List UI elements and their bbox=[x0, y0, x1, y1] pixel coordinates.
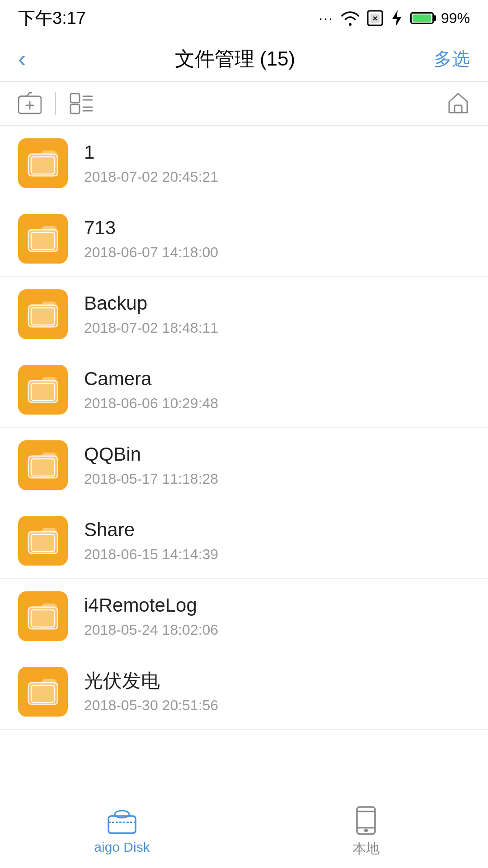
folder-name: Camera bbox=[84, 368, 470, 390]
folder-date: 2018-06-06 10:29:48 bbox=[84, 395, 470, 412]
home-button[interactable] bbox=[446, 91, 470, 116]
folder-name: Share bbox=[84, 519, 470, 541]
status-bar: 下午3:17 ··· ✕ 99% bbox=[0, 0, 488, 36]
folder-date: 2018-07-02 18:48:11 bbox=[84, 320, 470, 336]
folder-icon bbox=[18, 440, 68, 490]
folder-icon bbox=[18, 289, 68, 339]
folder-info: Share 2018-06-15 14:14:39 bbox=[84, 519, 470, 562]
home-icon bbox=[446, 91, 470, 114]
folder-item[interactable]: i4RemoteLog 2018-05-24 18:02:06 bbox=[0, 579, 488, 654]
svg-rect-6 bbox=[70, 94, 80, 103]
add-folder-icon bbox=[18, 92, 42, 115]
toolbar bbox=[0, 82, 488, 126]
folder-info: Backup 2018-07-02 18:48:11 bbox=[84, 292, 470, 336]
svg-point-16 bbox=[364, 829, 368, 832]
folder-date: 2018-05-24 18:02:06 bbox=[84, 622, 470, 638]
signal-dots-icon: ··· bbox=[319, 10, 333, 27]
folder-icon bbox=[18, 591, 68, 641]
aigo-disk-icon bbox=[106, 810, 138, 835]
folder-icon bbox=[18, 365, 68, 415]
folder-item[interactable]: 1 2018-07-02 20:45:21 bbox=[0, 126, 488, 201]
nav-item-local[interactable]: 本地 bbox=[244, 796, 488, 868]
sim-icon: ✕ bbox=[367, 10, 383, 26]
toolbar-divider bbox=[55, 92, 56, 115]
back-button[interactable]: ‹ bbox=[18, 45, 45, 72]
svg-rect-7 bbox=[70, 104, 80, 113]
header: ‹ 文件管理 (15) 多选 bbox=[0, 36, 488, 82]
folder-item[interactable]: QQBin 2018-05-17 11:18:28 bbox=[0, 428, 488, 503]
list-view-icon bbox=[70, 92, 93, 115]
folder-icon bbox=[18, 516, 68, 566]
folder-icon bbox=[18, 214, 68, 264]
folder-item[interactable]: Backup 2018-07-02 18:48:11 bbox=[0, 277, 488, 352]
folder-item[interactable]: 713 2018-06-07 14:18:00 bbox=[0, 201, 488, 277]
folder-date: 2018-06-15 14:14:39 bbox=[84, 546, 470, 563]
battery-icon bbox=[410, 12, 434, 24]
folder-info: Camera 2018-06-06 10:29:48 bbox=[84, 368, 470, 411]
folder-item[interactable]: Camera 2018-06-06 10:29:48 bbox=[0, 352, 488, 428]
folder-name: 713 bbox=[84, 217, 470, 239]
status-icons: ··· ✕ 99% bbox=[319, 9, 470, 27]
folder-info: 光伏发电 2018-05-30 20:51:56 bbox=[84, 670, 470, 713]
nav-local-label: 本地 bbox=[352, 840, 380, 858]
folder-date: 2018-05-17 11:18:28 bbox=[84, 471, 470, 487]
local-icon bbox=[353, 806, 379, 835]
folder-name: 1 bbox=[84, 141, 470, 164]
folder-date: 2018-06-07 14:18:00 bbox=[84, 244, 470, 261]
folder-date: 2018-05-30 20:51:56 bbox=[84, 697, 470, 714]
battery-percent: 99% bbox=[441, 10, 470, 27]
folder-icon bbox=[18, 667, 68, 717]
folder-info: QQBin 2018-05-17 11:18:28 bbox=[84, 443, 470, 487]
charge-icon bbox=[390, 9, 403, 27]
svg-rect-13 bbox=[108, 816, 136, 833]
folder-icon bbox=[18, 138, 68, 188]
folder-name: Backup bbox=[84, 292, 470, 315]
svg-rect-12 bbox=[455, 105, 462, 113]
folder-name: QQBin bbox=[84, 443, 470, 466]
page-title: 文件管理 (15) bbox=[45, 46, 425, 72]
multiselect-button[interactable]: 多选 bbox=[425, 47, 470, 71]
view-toggle-button[interactable] bbox=[70, 92, 93, 115]
svg-text:✕: ✕ bbox=[372, 15, 378, 22]
folder-info: 713 2018-06-07 14:18:00 bbox=[84, 217, 470, 260]
add-folder-button[interactable] bbox=[18, 92, 42, 115]
folder-item[interactable]: Share 2018-06-15 14:14:39 bbox=[0, 503, 488, 579]
nav-aigo-disk-label: aigo Disk bbox=[94, 840, 150, 855]
folder-name: i4RemoteLog bbox=[84, 594, 470, 617]
nav-item-aigo-disk[interactable]: aigo Disk bbox=[0, 796, 244, 868]
bottom-navigation: aigo Disk 本地 bbox=[0, 796, 488, 868]
wifi-icon bbox=[341, 10, 360, 26]
folder-item[interactable]: 光伏发电 2018-05-30 20:51:56 bbox=[0, 654, 488, 730]
folder-info: 1 2018-07-02 20:45:21 bbox=[84, 141, 470, 185]
folder-list: 1 2018-07-02 20:45:21 713 2018-06-07 14:… bbox=[0, 126, 488, 802]
folder-info: i4RemoteLog 2018-05-24 18:02:06 bbox=[84, 594, 470, 638]
status-time: 下午3:17 bbox=[18, 7, 86, 30]
folder-name: 光伏发电 bbox=[84, 670, 470, 692]
folder-date: 2018-07-02 20:45:21 bbox=[84, 169, 470, 185]
